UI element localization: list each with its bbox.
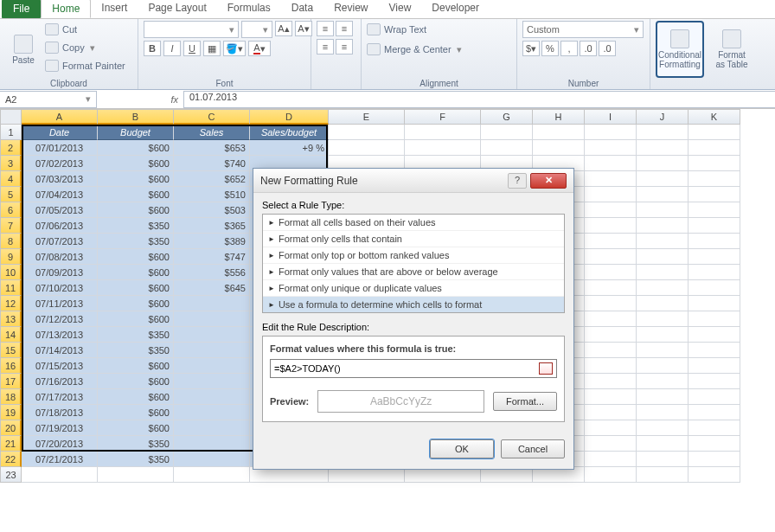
font-name-combo[interactable]: ▾ [144, 21, 239, 38]
row-header[interactable]: 9 [0, 249, 22, 265]
percent-button[interactable]: % [541, 41, 559, 56]
align-middle-icon[interactable]: ≡ [336, 21, 353, 36]
wrap-text-button[interactable]: Wrap Text [367, 21, 426, 38]
row-header[interactable]: 2 [0, 140, 22, 156]
cell[interactable]: $600 [98, 296, 174, 311]
cell[interactable] [637, 249, 689, 265]
cell[interactable]: $600 [98, 389, 174, 405]
cell[interactable] [637, 374, 689, 389]
cell[interactable]: $600 [98, 358, 174, 374]
italic-button[interactable]: I [163, 41, 181, 56]
cell[interactable]: $510 [174, 187, 250, 202]
ribbon-tab-home[interactable]: Home [41, 0, 91, 18]
cell[interactable]: $600 [98, 171, 174, 187]
formula-input-field[interactable] [274, 363, 539, 374]
format-as-table-button[interactable]: Format as Table [708, 21, 756, 78]
cut-button[interactable]: Cut [45, 21, 125, 38]
cell[interactable] [637, 343, 689, 358]
cell[interactable] [637, 420, 689, 436]
align-center-icon[interactable]: ≡ [336, 39, 353, 54]
cell[interactable] [585, 436, 637, 452]
align-left-icon[interactable]: ≡ [317, 39, 334, 54]
row-header[interactable]: 22 [0, 452, 22, 467]
cell[interactable] [533, 125, 585, 140]
copy-button[interactable]: Copy▾ [45, 39, 125, 56]
cell[interactable]: 07/02/2013 [22, 156, 98, 171]
row-header[interactable]: 17 [0, 374, 22, 389]
dialog-titlebar[interactable]: New Formatting Rule ? ✕ [253, 169, 573, 193]
cell[interactable] [689, 265, 740, 280]
cell[interactable] [329, 140, 405, 156]
cell[interactable] [689, 218, 740, 234]
cell[interactable] [174, 296, 250, 311]
font-size-combo[interactable]: ▾ [241, 21, 272, 38]
cell[interactable] [585, 420, 637, 436]
row-header[interactable]: 18 [0, 389, 22, 405]
column-header-B[interactable]: B [98, 109, 174, 125]
cell[interactable]: $600 [98, 265, 174, 280]
cell[interactable]: $600 [98, 420, 174, 436]
column-header-D[interactable]: D [250, 109, 329, 125]
cell[interactable] [637, 171, 689, 187]
file-tab[interactable]: File [2, 0, 41, 18]
formula-input[interactable]: 01.07.2013 [183, 91, 775, 108]
formula-field[interactable] [270, 359, 557, 378]
cell[interactable] [585, 171, 637, 187]
decrease-font-icon[interactable]: A▾ [295, 21, 312, 36]
cell[interactable]: $600 [98, 280, 174, 296]
column-header-A[interactable]: A [22, 109, 98, 125]
cell[interactable] [689, 389, 740, 405]
cell[interactable]: 07/11/2013 [22, 296, 98, 311]
cell[interactable]: $350 [98, 452, 174, 467]
cell[interactable]: $747 [174, 249, 250, 265]
bold-button[interactable]: B [144, 41, 161, 56]
cell[interactable]: 07/16/2013 [22, 374, 98, 389]
cell[interactable]: $600 [98, 374, 174, 389]
cancel-button[interactable]: Cancel [501, 439, 565, 458]
cell[interactable]: $503 [174, 202, 250, 218]
cell[interactable] [689, 343, 740, 358]
cell[interactable]: 07/13/2013 [22, 327, 98, 343]
dec-decimal-button[interactable]: .0 [599, 41, 616, 56]
cell[interactable] [689, 234, 740, 249]
column-header-F[interactable]: F [405, 109, 481, 125]
row-header[interactable]: 3 [0, 156, 22, 171]
cell[interactable]: 07/01/2013 [22, 140, 98, 156]
cell[interactable]: 07/19/2013 [22, 420, 98, 436]
cell[interactable] [585, 343, 637, 358]
cell[interactable] [585, 405, 637, 420]
cell[interactable]: +9 % [250, 140, 329, 156]
cell[interactable]: $600 [98, 311, 174, 327]
cell[interactable] [22, 467, 98, 483]
cell[interactable] [637, 327, 689, 343]
font-color-button[interactable]: A▾ [248, 41, 271, 56]
cell[interactable] [689, 420, 740, 436]
align-top-icon[interactable]: ≡ [317, 21, 334, 36]
cell[interactable] [585, 265, 637, 280]
cell[interactable] [585, 467, 637, 483]
cell[interactable]: 07/06/2013 [22, 218, 98, 234]
cell[interactable]: $600 [98, 249, 174, 265]
cell[interactable] [689, 156, 740, 171]
currency-button[interactable]: $▾ [522, 41, 540, 56]
cell[interactable]: $600 [98, 202, 174, 218]
cell[interactable] [174, 436, 250, 452]
cell[interactable] [637, 140, 689, 156]
column-header-E[interactable]: E [329, 109, 405, 125]
cell[interactable] [689, 280, 740, 296]
cell[interactable] [585, 311, 637, 327]
row-header[interactable]: 14 [0, 327, 22, 343]
cell[interactable] [585, 187, 637, 202]
row-header[interactable]: 4 [0, 171, 22, 187]
cell[interactable] [637, 187, 689, 202]
cell[interactable]: 07/12/2013 [22, 311, 98, 327]
cell[interactable] [689, 452, 740, 467]
cell[interactable] [689, 187, 740, 202]
cell[interactable] [329, 125, 405, 140]
header-cell[interactable]: Sales/budget [250, 125, 329, 140]
cell[interactable]: 07/07/2013 [22, 234, 98, 249]
cell[interactable]: 07/09/2013 [22, 265, 98, 280]
format-painter-button[interactable]: Format Painter [45, 57, 125, 74]
cell[interactable]: 07/03/2013 [22, 171, 98, 187]
cell[interactable] [585, 296, 637, 311]
